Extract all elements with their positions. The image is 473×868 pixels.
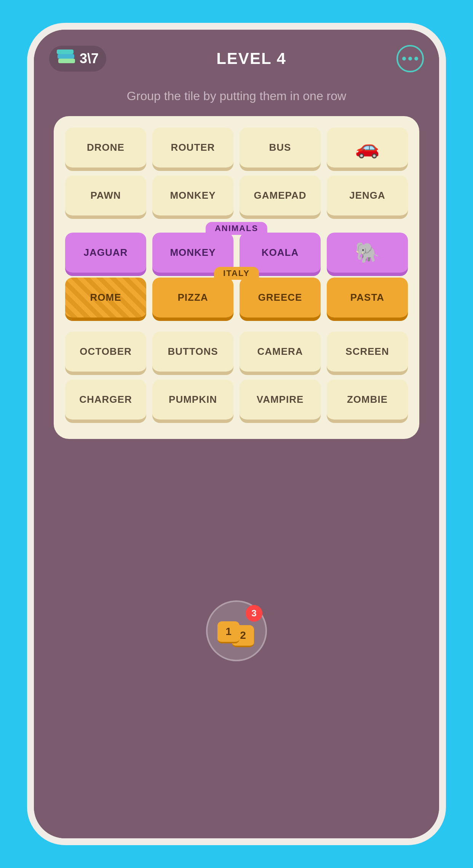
tile-camera[interactable]: CAMERA (240, 332, 321, 373)
dot-2 (408, 57, 412, 61)
hint-badge: 3 (246, 605, 262, 622)
header: 3\7 LEVEL 4 (34, 30, 439, 80)
hint-tile-1: 1 (217, 621, 240, 643)
car-icon: 🚗 (355, 136, 380, 159)
tile-row-1: DRONE ROUTER BUS 🚗 (65, 128, 408, 169)
animals-label: ANIMALS (206, 222, 267, 235)
tile-greece[interactable]: GREECE (240, 278, 321, 319)
tile-elephant[interactable]: 🐘 (327, 233, 408, 274)
tile-gamepad[interactable]: GAMEPAD (240, 176, 321, 217)
menu-button[interactable] (396, 45, 424, 72)
bottom-area: 3 1 2 (34, 439, 439, 838)
tile-drone[interactable]: DRONE (65, 128, 146, 169)
dot-1 (402, 57, 406, 61)
tile-charger[interactable]: CHARGER (65, 380, 146, 421)
layers-icon (57, 49, 75, 68)
tile-october[interactable]: OCTOBER (65, 332, 146, 373)
game-board: DRONE ROUTER BUS 🚗 PAWN MONKEY GAMEPAD (54, 116, 419, 439)
tile-screen[interactable]: SCREEN (327, 332, 408, 373)
tile-pasta[interactable]: PASTA (327, 278, 408, 319)
score-badge: 3\7 (49, 46, 106, 72)
tile-router[interactable]: ROUTER (152, 128, 233, 169)
tile-zombie[interactable]: ZOMBIE (327, 380, 408, 421)
italy-group: ITALY ROME PIZZA GREECE PASTA (65, 278, 408, 319)
tile-jaguar[interactable]: JAGUAR (65, 233, 146, 274)
score-display: 3\7 (80, 51, 99, 67)
phone-frame: 3\7 LEVEL 4 Group the tile by putting th… (27, 23, 446, 845)
tile-row-6: CHARGER PUMPKIN VAMPIRE ZOMBIE (65, 380, 408, 421)
elephant-icon: 🐘 (355, 241, 380, 264)
tile-pumpkin[interactable]: PUMPKIN (152, 380, 233, 421)
tile-row-5: OCTOBER BUTTONS CAMERA SCREEN (65, 332, 408, 373)
tile-pawn[interactable]: PAWN (65, 176, 146, 217)
hint-button[interactable]: 3 1 2 (206, 600, 267, 661)
tile-bus[interactable]: BUS (240, 128, 321, 169)
tile-vampire[interactable]: VAMPIRE (240, 380, 321, 421)
tile-row-4: ROME PIZZA GREECE PASTA (65, 278, 408, 319)
tile-jenga[interactable]: JENGA (327, 176, 408, 217)
tile-monkey-normal[interactable]: MONKEY (152, 176, 233, 217)
tile-buttons[interactable]: BUTTONS (152, 332, 233, 373)
menu-dots (402, 57, 418, 61)
tile-rome[interactable]: ROME (65, 278, 146, 319)
instruction-text: Group the tile by putting them in one ro… (96, 80, 377, 116)
tile-row-2: PAWN MONKEY GAMEPAD JENGA (65, 176, 408, 217)
level-title: LEVEL 4 (216, 49, 286, 68)
tile-pizza[interactable]: PIZZA (152, 278, 233, 319)
dot-3 (414, 57, 418, 61)
italy-label: ITALY (214, 267, 259, 280)
tile-car[interactable]: 🚗 (327, 128, 408, 169)
